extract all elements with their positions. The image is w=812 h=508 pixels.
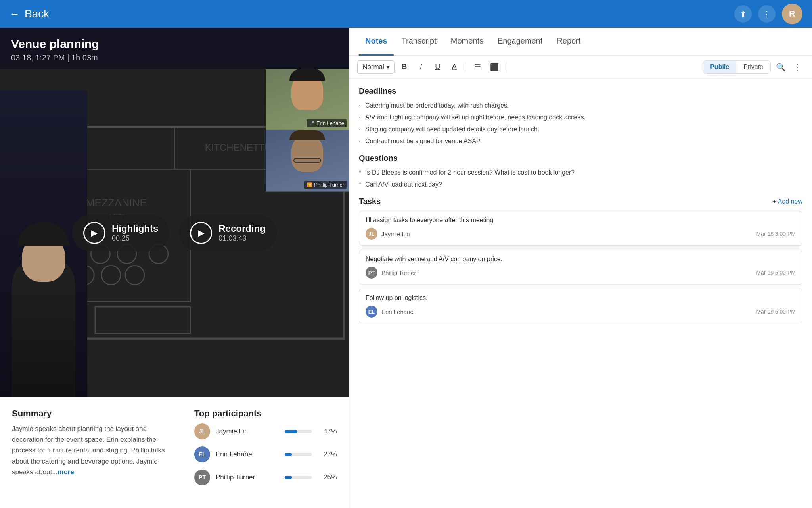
task-assignee-name: Jaymie Lin (381, 231, 752, 237)
participant-bar (285, 476, 292, 479)
task-assignee: JLJaymie LinMar 18 3:00 PM (366, 228, 796, 240)
play-buttons-overlay: ▶ Highlights 00:25 ▶ Recording 01:03:43 (72, 215, 277, 251)
notes-list: Is DJ Bleeps is confirmed for 2-hour ses… (359, 167, 802, 190)
align-button[interactable]: ⬛ (488, 60, 501, 74)
add-new-task-button[interactable]: + Add new (773, 198, 802, 205)
share-icon: ⬆ (740, 9, 747, 19)
participant-percentage: 27% (317, 450, 337, 458)
tab-report[interactable]: Report (550, 28, 587, 56)
back-arrow-icon[interactable]: ← (10, 8, 20, 20)
tab-moments[interactable]: Moments (444, 28, 490, 56)
tasks-header: Tasks+ Add new (359, 197, 802, 206)
more-options-button[interactable]: ⋮ (758, 5, 776, 23)
participant-row: JLJaymie Lin47% (194, 423, 337, 439)
participant-avatar: PT (194, 470, 210, 485)
participant-bar (285, 453, 292, 456)
tab-engagement[interactable]: Engagement (491, 28, 549, 56)
chevron-down-icon: ▾ (387, 64, 389, 70)
participant-row: PTPhillip Turner26% (194, 470, 337, 485)
task-assignee-name: Erin Lehane (381, 308, 752, 315)
svg-point-10 (125, 266, 144, 285)
meeting-info: Venue planning 03.18, 1:27 PM | 1h 03m (0, 28, 349, 69)
left-panel: Venue planning 03.18, 1:27 PM | 1h 03m K… (0, 28, 349, 508)
more-icon: ⋮ (763, 9, 771, 19)
tabs-bar: NotesTranscriptMomentsEngagementReport (349, 28, 812, 56)
svg-point-9 (102, 266, 121, 285)
search-button[interactable]: 🔍 (774, 60, 787, 74)
svg-text:KITCHENETTE: KITCHENETTE (205, 142, 271, 153)
highlights-play-card[interactable]: ▶ Highlights 00:25 (72, 215, 169, 251)
format-label: Normal (362, 63, 384, 71)
search-icon: 🔍 (776, 62, 786, 72)
top-bar-left: ← Back (10, 8, 49, 20)
list-item: Is DJ Bleeps is confirmed for 2-hour ses… (359, 167, 802, 179)
task-card: Negotiate with venue and A/V company on … (359, 250, 802, 285)
tab-transcript[interactable]: Transcript (395, 28, 443, 56)
text-color-button[interactable]: A (448, 60, 461, 74)
bold-button[interactable]: B (398, 60, 411, 74)
summary-text: Jaymie speaks about planning the layout … (12, 423, 178, 477)
top-bar-right: ⬆ ⋮ R (734, 4, 802, 24)
summary-heading: Summary (12, 408, 178, 419)
participant-bar (285, 430, 297, 433)
private-button[interactable]: Private (736, 61, 770, 73)
participant-percentage: 47% (317, 427, 337, 435)
task-assignee: ELErin LehaneMar 19 5:00 PM (366, 306, 796, 318)
user-avatar[interactable]: R (782, 4, 802, 24)
participant-avatar: EL (194, 446, 210, 462)
toolbar-separator-2 (506, 62, 506, 72)
meeting-meta: 03.18, 1:27 PM | 1h 03m (11, 53, 338, 62)
list-button[interactable]: ☰ (471, 60, 485, 74)
tasks-title: Tasks (359, 197, 381, 206)
task-description: I'll assign tasks to everyone after this… (366, 217, 796, 224)
tab-notes[interactable]: Notes (359, 28, 394, 56)
right-panel: NotesTranscriptMomentsEngagementReport N… (349, 28, 812, 508)
main-layout: Venue planning 03.18, 1:27 PM | 1h 03m K… (0, 28, 812, 508)
recording-duration: 01:03:43 (218, 234, 266, 242)
participant-avatar: JL (194, 423, 210, 439)
participant-percentage: 26% (317, 473, 337, 481)
participant-row: ELErin Lehane27% (194, 446, 337, 462)
phillip-label: 📶 Phillip Turner (304, 181, 347, 189)
signal-icon: 📶 (307, 182, 312, 187)
list-item: Can A/V load out next day? (359, 179, 802, 190)
recording-play-card[interactable]: ▶ Recording 01:03:43 (179, 215, 277, 251)
highlights-label: Highlights (112, 223, 158, 234)
back-button-label[interactable]: Back (25, 8, 49, 20)
svg-rect-12 (95, 307, 190, 333)
task-date: Mar 19 5:00 PM (756, 308, 796, 315)
avatar-initial: R (789, 9, 795, 19)
participant-bar-container (285, 453, 312, 456)
participant-bar-container (285, 430, 312, 433)
highlights-duration: 00:25 (112, 234, 158, 242)
list-item: Contract must be signed for venue ASAP (359, 135, 802, 147)
task-description: Negotiate with venue and A/V company on … (366, 256, 796, 263)
task-date: Mar 19 5:00 PM (756, 269, 796, 276)
list-item: Staging company will need updated detail… (359, 123, 802, 135)
participants-section: Top participants JLJaymie Lin47%ELErin L… (194, 408, 337, 497)
underline-button[interactable]: U (431, 60, 444, 74)
more-toolbar-button[interactable]: ⋮ (791, 60, 804, 74)
participants-heading: Top participants (194, 408, 337, 419)
task-avatar: PT (366, 267, 377, 279)
italic-button[interactable]: I (414, 60, 428, 74)
mic-icon: 🎤 (309, 121, 315, 126)
meeting-title: Venue planning (11, 37, 338, 51)
task-card: I'll assign tasks to everyone after this… (359, 211, 802, 246)
participant-thumb-phillip: 📶 Phillip Turner (266, 130, 349, 192)
highlights-play-icon: ▶ (83, 222, 105, 244)
visibility-toggle: Public Private (703, 60, 771, 74)
task-card: Follow up on logistics.ELErin LehaneMar … (359, 289, 802, 323)
notes-section-title: Deadlines (359, 87, 802, 96)
summary-more-link[interactable]: more (57, 468, 74, 476)
notes-list: Catering must be ordered today, with rus… (359, 100, 802, 147)
recording-info: Recording 01:03:43 (218, 223, 266, 242)
task-avatar: EL (366, 306, 377, 318)
toolbar-separator-1 (466, 62, 466, 72)
participants-list: JLJaymie Lin47%ELErin Lehane27%PTPhillip… (194, 423, 337, 485)
public-button[interactable]: Public (703, 61, 736, 73)
format-select[interactable]: Normal ▾ (357, 60, 395, 74)
recording-label: Recording (218, 223, 266, 234)
video-area: KITCHENETTE MEZZANINE 19'3" (0, 69, 349, 397)
share-button[interactable]: ⬆ (734, 5, 752, 23)
